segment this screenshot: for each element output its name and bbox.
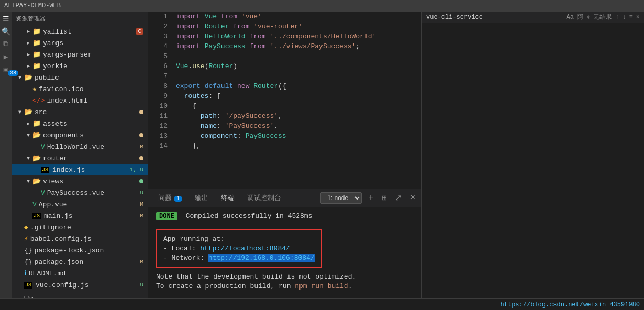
code-line-13: component: PaySuccess [176, 131, 421, 141]
json-icon: {} [24, 247, 32, 254]
close-button[interactable]: × [636, 14, 640, 21]
note2-end: . [348, 282, 352, 290]
app-running-box: App running at: - Local: http://localhos… [156, 225, 413, 272]
item-label: router [43, 154, 139, 162]
chevron-right-icon: ▶ [24, 63, 32, 69]
local-url-line: - Local: http://localhost:8084/ [163, 244, 315, 253]
local-url[interactable]: http://localhost:8084/ [200, 245, 290, 252]
sidebar-item-yorkie[interactable]: ▶ 📁 yorkie [12, 60, 148, 72]
sidebar-item-index-html[interactable]: </> index.html [12, 95, 148, 106]
item-label: yorkie [43, 62, 148, 70]
sidebar-item-readme[interactable]: ℹ README.md [12, 268, 148, 279]
sidebar-item-package-json[interactable]: {} package.json M [12, 256, 148, 268]
sidebar-item-main-js[interactable]: JS main.js M [12, 210, 148, 222]
tab-debug-console[interactable]: 调试控制台 [241, 191, 287, 205]
chevron-right-icon: ▶ [24, 51, 32, 58]
sidebar-header: 资源管理器 [12, 12, 148, 26]
maximize-terminal-button[interactable]: ⤢ [393, 193, 404, 203]
js-icon: JS [41, 167, 49, 173]
sidebar-item-favicon[interactable]: ★ favicon.ico [12, 83, 148, 95]
sidebar-item-router-index[interactable]: JS index.js 1, U [12, 164, 148, 175]
code-content: 1 2 3 4 5 6 7 8 9 10 11 12 13 14 import … [148, 12, 421, 189]
item-badge: M [140, 143, 148, 150]
close-terminal-button[interactable]: × [408, 193, 417, 203]
source-control-badge: 38 [8, 70, 18, 76]
bottom-link[interactable]: https://blog.csdn.net/weixin_43591980 [501, 301, 640, 308]
main-layout: ☰ 🔍 ⧉ 38 ▶ ▣ 资源管理器 ▶ 📁 yallist C ▶ 📁 yar… [0, 12, 644, 298]
outline-item[interactable]: ▶ 大纲 [12, 293, 148, 298]
problems-badge: 1 [174, 196, 182, 202]
local-label: - Local: [163, 245, 200, 252]
tab-output[interactable]: 输出 [188, 191, 215, 205]
sidebar-item-babel[interactable]: ⚡ babel.config.js [12, 233, 148, 245]
more-options-button[interactable]: ≡ [629, 14, 633, 21]
sidebar-item-yallist[interactable]: ▶ 📁 yallist C [12, 26, 148, 37]
chevron-down-icon: ▼ [24, 179, 32, 184]
network-url-line: - Network: http://192.168.0.106:8084/ [163, 253, 315, 263]
code-line-12: name: 'PaySuccess', [176, 121, 421, 131]
next-result-button[interactable]: ↓ [622, 14, 626, 21]
code-editor: 1 2 3 4 5 6 7 8 9 10 11 12 13 14 import … [148, 12, 421, 189]
sidebar-item-components[interactable]: ▼ 📂 components [12, 129, 148, 141]
info-icon: ℹ [24, 269, 27, 278]
chevron-right-icon: ▶ [24, 28, 32, 35]
vue-icon: V [32, 201, 37, 208]
chinese-label: 阿 [577, 13, 583, 21]
network-url[interactable]: http://192.168.0.106:8084/ [208, 254, 315, 262]
right-terminal-header: vue-cli-service Aa 阿 ✳ 无结果 ↑ ↓ ≡ × [422, 12, 644, 23]
folder-open-icon: 📂 [32, 131, 41, 139]
no-results-label: 无结果 [593, 13, 612, 21]
sidebar-item-paysuccess[interactable]: V PaySuccess.vue U [12, 187, 148, 198]
terminal-tabs: 问题1 输出 终端 调试控制台 1: node + ⊞ ⤢ × [148, 189, 421, 207]
code-line-14: }, [176, 141, 421, 151]
modified-dot [139, 156, 143, 160]
line-numbers: 1 2 3 4 5 6 7 8 9 10 11 12 13 14 [148, 12, 174, 189]
split-terminal-button[interactable]: ⊞ [380, 193, 389, 203]
item-label: App.vue [39, 201, 140, 208]
item-label: yallist [43, 28, 136, 36]
asterisk-icon: ✳ [586, 13, 590, 21]
code-line-11: path: '/paySuccess', [176, 111, 421, 121]
sidebar-item-yargs-parser[interactable]: ▶ 📁 yargs-parser [12, 49, 148, 60]
item-label: favicon.ico [39, 85, 148, 93]
folder-open-icon: 📂 [32, 154, 41, 162]
sidebar-item-yargs[interactable]: ▶ 📁 yargs [12, 37, 148, 49]
item-label: index.html [47, 97, 148, 105]
source-control-icon[interactable]: ⧉ 38 [1, 39, 11, 49]
html-icon: </> [32, 97, 45, 105]
code-line-1: import Vue from 'vue' [176, 12, 421, 21]
search-icon[interactable]: 🔍 [1, 26, 11, 37]
prev-result-button[interactable]: ↑ [615, 14, 619, 21]
activity-bar: ☰ 🔍 ⧉ 38 ▶ ▣ [0, 12, 12, 298]
item-label: .gitignore [30, 224, 148, 231]
add-terminal-button[interactable]: + [366, 193, 375, 203]
folder-icon: 📁 [32, 39, 41, 47]
compile-message: Compiled successfully in 4528ms [186, 212, 313, 220]
code-line-5 [176, 51, 421, 61]
code-line-4: import PaySuccess from '../views/PaySucc… [176, 41, 421, 51]
sidebar-item-src[interactable]: ▼ 📂 src [12, 106, 148, 118]
explorer-icon[interactable]: ☰ [1, 14, 11, 24]
sidebar-item-public[interactable]: ▼ 📂 public [12, 72, 148, 83]
tab-terminal[interactable]: 终端 [215, 191, 241, 205]
sidebar-item-router[interactable]: ▼ 📂 router [12, 152, 148, 164]
run-icon[interactable]: ▶ [1, 51, 11, 62]
sidebar-item-gitignore[interactable]: ◆ .gitignore [12, 222, 148, 233]
npm-cmd: npm run build [295, 282, 348, 290]
terminal-node-select[interactable]: 1: node [320, 192, 362, 204]
sidebar-item-helloworld[interactable]: V HelloWorld.vue M [12, 141, 148, 152]
item-label: package.json [35, 258, 140, 266]
sidebar-item-vue-config[interactable]: JS vue.config.js U [12, 279, 148, 291]
note-line-1: Note that the development build is not o… [156, 272, 413, 282]
diamond-icon: ◆ [24, 223, 28, 231]
item-label: yargs [43, 39, 148, 47]
sidebar-item-assets[interactable]: ▶ 📁 assets [12, 118, 148, 129]
sidebar-item-app-vue[interactable]: V App.vue M [12, 198, 148, 210]
tab-problems[interactable]: 问题1 [152, 191, 188, 205]
terminal-panel: 问题1 输出 终端 调试控制台 1: node + ⊞ ⤢ × DONE [148, 189, 421, 298]
item-label: public [35, 74, 148, 82]
note2-text: To create a production build, run [156, 282, 295, 290]
sidebar-item-views[interactable]: ▼ 📂 views [12, 175, 148, 187]
sidebar-item-package-lock[interactable]: {} package-lock.json [12, 245, 148, 256]
item-badge: M [140, 259, 148, 265]
